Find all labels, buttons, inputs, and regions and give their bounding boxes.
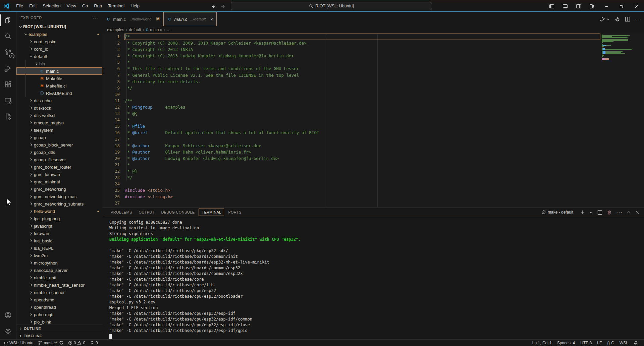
tree-item-openthread[interactable]: openthread [16, 303, 102, 311]
tab-main-c-default[interactable]: C main.c .../default × [163, 12, 217, 26]
tree-item-gcoap[interactable]: gcoap [16, 134, 102, 141]
activity-extensions[interactable] [0, 76, 16, 93]
problems-status[interactable]: 0 0 [66, 340, 88, 346]
tree-item-default[interactable]: default [16, 53, 102, 60]
tree-item-gnrc_minimal[interactable]: gnrc_minimal [16, 178, 102, 185]
branch-status[interactable]: master* [36, 340, 65, 346]
tree-item-nanocoap_server[interactable]: nanocoap_server [16, 267, 102, 274]
tree-item-nimble_scanner[interactable]: nimble_scanner [16, 289, 102, 296]
explorer-more-icon[interactable]: ··· [93, 15, 98, 20]
remote-indicator[interactable]: WSL: Ubuntu [1, 340, 36, 346]
split-terminal-icon[interactable] [597, 210, 602, 215]
tree-item-dtls-sock[interactable]: dtls-sock [16, 104, 102, 112]
tree-item-ipc_pingpong[interactable]: ipc_pingpong [16, 215, 102, 222]
menubar-item-help[interactable]: Help [127, 2, 143, 10]
command-center[interactable]: RIOT [WSL: Ubuntu] [231, 2, 432, 10]
tree-item-lwm2m[interactable]: lwm2m [16, 252, 102, 259]
maximize-panel-icon[interactable] [627, 210, 631, 214]
tree-item-dtls-wolfssl[interactable]: dtls-wolfssl [16, 112, 102, 119]
window-minimize-button[interactable] [599, 0, 614, 12]
tree-item-lorawan[interactable]: lorawan [16, 230, 102, 237]
tree-item-gnrc_networking_mac[interactable]: gnrc_networking_mac [16, 193, 102, 200]
activity-explorer[interactable] [0, 12, 16, 28]
tree-item-dtls-echo[interactable]: dtls-echo [16, 97, 102, 104]
encoding-status[interactable]: UTF-8 [578, 340, 594, 346]
activity-accounts[interactable] [0, 307, 16, 323]
tree-item-gnrc_networking[interactable]: gnrc_networking [16, 185, 102, 193]
tree-item-gnrc_lorawan[interactable]: gnrc_lorawan [16, 171, 102, 178]
tree-item-gcoap_fileserver[interactable]: gcoap_fileserver [16, 156, 102, 163]
more-actions-icon[interactable]: ··· [635, 16, 641, 22]
breadcrumb-item--[interactable]: … [167, 27, 171, 32]
tree-item-javascript[interactable]: javascript [16, 222, 102, 230]
split-editor-icon[interactable] [625, 16, 630, 22]
kill-terminal-icon[interactable] [607, 210, 612, 215]
tree-item-gnrc_networking_subnets[interactable]: gnrc_networking_subnets [16, 200, 102, 208]
tab-main-c-hello-world[interactable]: C main.c .../hello-world M [102, 12, 163, 26]
language-mode[interactable]: {}C [604, 340, 617, 346]
tree-item-RIOT [WSL: UBUNTU][interactable]: RIOT [WSL: UBUNTU] [16, 23, 102, 31]
breadcrumb-item-default[interactable]: default [129, 27, 141, 32]
tree-item-cord_epsim[interactable]: cord_epsim [16, 38, 102, 45]
toggle-primary-sidebar-icon[interactable] [545, 0, 558, 12]
menubar-item-terminal[interactable]: Terminal [105, 2, 127, 10]
tree-item-opendsme[interactable]: opendsme [16, 296, 102, 303]
tree-item-filesystem[interactable]: filesystem [16, 126, 102, 134]
panel-more-actions-icon[interactable]: ··· [616, 209, 623, 215]
tree-item-nimble_heart_rate_sensor[interactable]: nimble_heart_rate_sensor [16, 281, 102, 289]
tree-item-emcute_mqttsn[interactable]: emcute_mqttsn [16, 119, 102, 126]
breadcrumb-item-main-c[interactable]: Cmain.c [146, 27, 162, 32]
tree-item-paho-mqtt[interactable]: paho-mqtt [16, 311, 102, 318]
tree-item-gnrc_border_router[interactable]: gnrc_border_router [16, 163, 102, 171]
tree-item-Makefile.ci[interactable]: MMakefile.ci [16, 82, 102, 90]
minimap[interactable] [602, 34, 635, 61]
breadcrumb-item-examples[interactable]: examples [107, 27, 124, 32]
panel-tab-problems[interactable]: PROBLEMS [108, 209, 135, 216]
close-tab-icon[interactable]: × [210, 17, 213, 22]
menubar-item-view[interactable]: View [64, 2, 79, 10]
tree-item-gcoap_block_server[interactable]: gcoap_block_server [16, 141, 102, 149]
nav-back-icon[interactable] [211, 4, 216, 9]
activity-remote-explorer[interactable] [0, 93, 16, 109]
activity-run-debug[interactable] [0, 60, 16, 76]
tree-item-pio_blink[interactable]: pio_blink [16, 318, 102, 325]
terminal-instance[interactable]: make - default [541, 210, 573, 215]
tree-item-lua_basic[interactable]: lua_basic [16, 237, 102, 244]
run-or-debug-button[interactable] [600, 16, 610, 22]
tree-item-examples[interactable]: examples● [16, 31, 102, 38]
close-panel-icon[interactable] [635, 210, 639, 214]
panel-tab-debug-console[interactable]: DEBUG CONSOLE [159, 209, 198, 216]
window-restore-button[interactable] [614, 0, 629, 12]
menubar-item-selection[interactable]: Selection [40, 2, 63, 10]
panel-tab-output[interactable]: OUTPUT [136, 209, 157, 216]
tree-item-Makefile[interactable]: MMakefile [16, 75, 102, 82]
outline-section-header[interactable]: OUTLINE [16, 325, 102, 332]
tree-item-nimble_gatt[interactable]: nimble_gatt [16, 274, 102, 281]
nav-forward-icon[interactable] [221, 4, 226, 9]
menubar-item-run[interactable]: Run [91, 2, 105, 10]
notifications-bell[interactable] [631, 340, 641, 346]
timeline-section-header[interactable]: TIMELINE [16, 332, 102, 339]
menubar-item-file[interactable]: File [13, 2, 26, 10]
chevron-down-icon[interactable] [589, 211, 593, 214]
activity-settings[interactable] [0, 323, 16, 339]
tree-item-cord_lc[interactable]: cord_lc [16, 45, 102, 53]
tree-item-lua_REPL[interactable]: lua_REPL [16, 244, 102, 252]
ports-status[interactable]: 0 [88, 340, 100, 346]
terminal-output[interactable]: Copying config a388c65827 doneWriting ma… [102, 218, 644, 339]
tree-item-gcoap_dtls[interactable]: gcoap_dtls [16, 149, 102, 156]
wsl-context[interactable]: WSL [617, 340, 631, 346]
indentation-status[interactable]: Spaces: 4 [554, 340, 578, 346]
gear-icon[interactable] [614, 16, 620, 22]
code-editor[interactable]: 1234567891011121314151617181920212223242… [102, 34, 644, 207]
tree-item-main.c[interactable]: Cmain.c [16, 67, 102, 75]
menubar-item-go[interactable]: Go [79, 2, 91, 10]
activity-source-control[interactable]: 1 [0, 44, 16, 60]
tree-item-micropython[interactable]: micropython [16, 259, 102, 267]
eol-status[interactable]: LF [594, 340, 604, 346]
customize-layout-icon[interactable] [585, 0, 599, 12]
panel-tab-ports[interactable]: PORTS [225, 209, 244, 216]
tree-item-README.md[interactable]: ⓘREADME.md [16, 90, 102, 97]
tree-item-hello-world[interactable]: hello-world● [16, 208, 102, 215]
new-terminal-icon[interactable] [580, 210, 585, 215]
